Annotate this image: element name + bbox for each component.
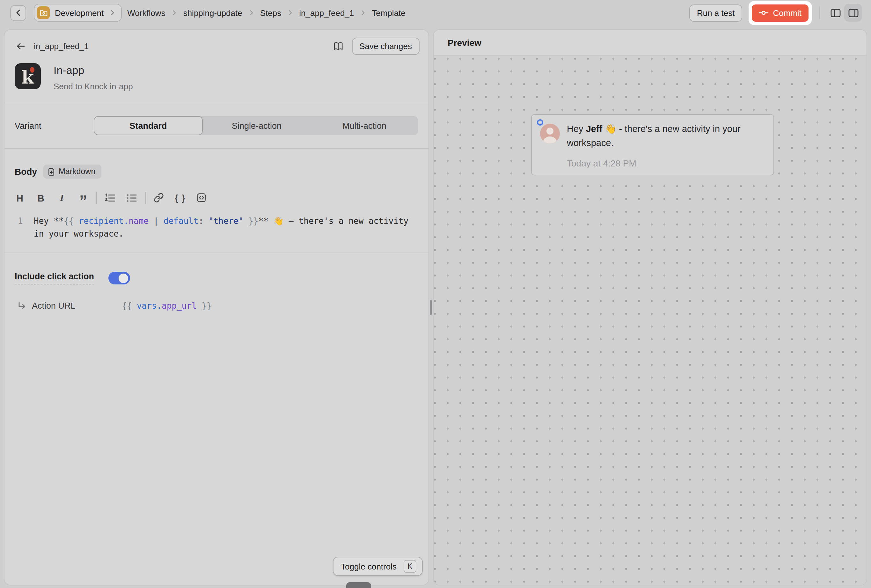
knock-logo-dot [30,67,34,73]
topbar-separator [819,6,820,19]
toolbar-separator [96,192,97,204]
knock-logo: k [15,63,41,89]
link-icon[interactable] [154,192,164,204]
line-number: 1 [15,215,34,240]
variant-option-standard[interactable]: Standard [94,116,203,135]
bottom-overflow-element [346,582,371,588]
variant-option-multi-action[interactable]: Multi-action [311,116,418,135]
breadcrumb-item-workflows[interactable]: Workflows [127,8,165,18]
panel-right-icon [848,8,859,18]
toggle-knob [118,273,128,283]
action-url-value[interactable]: {{ vars.app_url }} [122,301,212,311]
chevron-right-icon [171,10,178,16]
notification-timestamp: Today at 4:28 PM [567,158,636,168]
variant-section: Variant Standard Single-action Multi-act… [4,103,428,148]
variable-braces-icon[interactable]: { } [175,192,186,204]
blockquote-icon[interactable]: ” [78,192,88,204]
preview-panel: Preview Hey Jeff 👋 - there's a new activ… [433,29,867,585]
channel-subtitle: Send to Knock in-app [54,82,133,91]
app-window: Development Workflows shipping-update St… [0,0,871,588]
preview-canvas: Hey Jeff 👋 - there's a new activity in y… [434,55,867,585]
indent-arrow-icon [17,302,26,310]
channel-info: k In-app Send to Knock in-app [4,58,428,103]
toggle-controls-button[interactable]: Toggle controls K [332,557,423,576]
toggle-controls-label: Toggle controls [341,561,397,571]
git-commit-icon [759,9,768,16]
code-block-icon[interactable] [197,192,207,204]
italic-icon[interactable]: I [57,192,67,204]
commit-button[interactable]: Commit [752,4,808,21]
chevron-right-icon [248,10,254,16]
book-open-icon [332,41,343,51]
body-label: Body [15,166,37,177]
environment-selector[interactable]: Development [34,4,121,22]
include-click-action-toggle[interactable] [108,272,130,284]
save-changes-button[interactable]: Save changes [352,37,419,54]
environment-label: Development [55,8,103,18]
click-action-section: Include click action Action URL {{ vars.… [4,253,428,329]
variant-segmented-control: Standard Single-action Multi-action [94,116,418,135]
preview-title: Preview [434,30,867,55]
toggle-right-panel-button[interactable] [844,4,862,22]
channel-text: In-app Send to Knock in-app [54,63,133,91]
editor-panel-header: in_app_feed_1 Save changes [4,30,428,58]
environment-folder-icon [37,6,50,19]
topbar-actions: Run a test Commit [689,1,862,25]
body-label-row: Body Markdown [15,165,418,178]
back-to-step-button[interactable] [15,40,27,51]
toggle-left-panel-button[interactable] [826,4,844,22]
format-badge[interactable]: Markdown [43,165,101,178]
topbar-left: Development Workflows shipping-update St… [10,4,406,22]
include-click-action-label: Include click action [15,272,94,284]
step-name: in_app_feed_1 [34,41,88,51]
notification-preview-card[interactable]: Hey Jeff 👋 - there's a new activity in y… [531,114,774,175]
breadcrumb-item-steps[interactable]: Steps [260,8,281,18]
chevron-right-icon [360,10,366,16]
chevron-right-icon [287,10,293,16]
ordered-list-icon[interactable] [105,192,115,204]
shortcut-key-badge: K [404,560,416,573]
toolbar-separator [145,192,146,204]
unread-indicator-dot [537,119,543,126]
topbar: Development Workflows shipping-update St… [0,0,871,28]
run-a-test-button[interactable]: Run a test [689,4,742,21]
back-button[interactable] [10,5,26,21]
docs-button[interactable] [331,40,345,52]
body-code-editor[interactable]: 1 Hey **{{ recipient.name | default: "th… [15,215,418,240]
breadcrumb: Development Workflows shipping-update St… [34,4,406,22]
bold-icon[interactable]: B [36,192,46,204]
markdown-file-icon [48,168,55,176]
template-code[interactable]: Hey **{{ recipient.name | default: "ther… [34,215,414,240]
avatar [540,124,560,144]
bullet-list-icon[interactable] [126,192,137,204]
notification-message: Hey Jeff 👋 - there's a new activity in y… [567,123,767,150]
commit-button-spotlight: Commit [748,1,812,25]
heading-icon[interactable]: H [15,192,25,204]
panel-left-icon [830,8,841,18]
body-section: Body Markdown H B I ” [4,149,428,253]
panel-resize-handle[interactable] [430,300,432,315]
chevron-left-icon [14,9,22,16]
formatting-toolbar: H B I ” { } [15,192,418,204]
breadcrumb-item-workflow-key[interactable]: shipping-update [183,8,242,18]
arrow-left-icon [16,42,25,50]
template-editor-panel: in_app_feed_1 Save changes k In-app Send… [4,29,429,585]
breadcrumb-item-step-key[interactable]: in_app_feed_1 [299,8,354,18]
variant-label: Variant [15,121,94,130]
channel-title: In-app [54,63,133,77]
breadcrumb-item-template[interactable]: Template [372,8,406,18]
click-action-row: Include click action [15,272,418,284]
action-url-row: Action URL {{ vars.app_url }} [15,301,418,311]
chevron-right-icon [109,10,115,16]
format-badge-label: Markdown [59,167,95,176]
action-url-label: Action URL [32,301,102,311]
commit-button-label: Commit [773,8,802,18]
variant-option-single-action[interactable]: Single-action [203,116,311,135]
